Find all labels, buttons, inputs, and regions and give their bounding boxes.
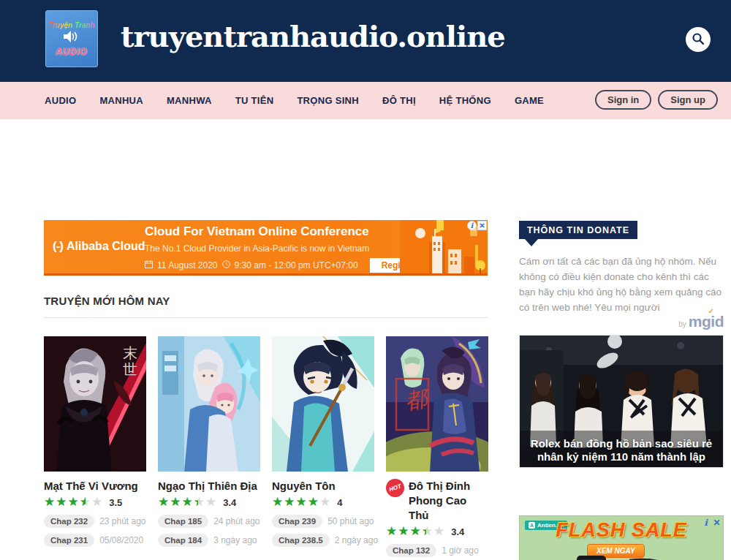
- flash-ad-devices-illustration: [520, 554, 724, 560]
- star-rating-icon: ★★★★★★★★★★: [272, 496, 331, 509]
- sign-up-button[interactable]: Sign up: [658, 90, 718, 110]
- chapter-row: Chap 238.5 2 ngày ago: [272, 534, 374, 547]
- alibaba-brand-text: Alibaba Cloud: [67, 240, 145, 253]
- chapter-chip[interactable]: Chap 232: [44, 515, 94, 528]
- rating-value: 3.4: [451, 526, 464, 537]
- chapter-chip[interactable]: Chap 184: [158, 534, 208, 547]
- chapter-chip[interactable]: Chap 132: [386, 544, 436, 557]
- section-divider: [44, 317, 488, 318]
- chapter-chip[interactable]: Chap 231: [44, 534, 94, 547]
- comic-title[interactable]: Đô Thị Đỉnh Phong Cao Thủ: [409, 479, 488, 523]
- nav-item-trong-sinh[interactable]: TRỌNG SINH: [297, 95, 359, 106]
- ad-corner-controls: i ✕: [467, 221, 487, 230]
- star-rating-icon: ★★★★★★★★★★: [44, 496, 103, 509]
- chapter-chip[interactable]: Chap 185: [158, 515, 208, 528]
- chapter-row: Chap 184 3 ngày ago: [158, 534, 260, 547]
- logo-text-audio: AUDIO: [56, 47, 88, 57]
- section-title: TRUYỆN MỚI HÔM NAY: [44, 295, 170, 307]
- alibaba-logo: (-) Alibaba Cloud: [53, 239, 145, 254]
- site-logo[interactable]: Truyện Tranh AUDIO: [45, 10, 98, 67]
- comic-title[interactable]: Mạt Thế Vi Vương: [44, 479, 138, 493]
- flash-sale-ad[interactable]: A Antien.vn i ✕ FLASH SALE XEM NGAY: [519, 515, 724, 560]
- nav-item-audio[interactable]: AUDIO: [45, 95, 76, 106]
- chapter-time: 50 phút ago: [327, 516, 374, 526]
- donate-ribbon: THÔNG TIN DONATE: [519, 221, 637, 239]
- search-icon: [692, 32, 705, 48]
- ad-info-icon[interactable]: i: [467, 221, 477, 230]
- donate-text: Cám ơn tất cả các bạn đã ủng hộ nhóm. Nế…: [519, 254, 725, 315]
- chapter-row: Chap 132 1 giờ ago: [386, 544, 488, 557]
- chapter-time: 1 giờ ago: [442, 545, 479, 556]
- hot-badge: HOT: [384, 477, 407, 500]
- comic-cover-do-thi-dinh-phong-cao-thu[interactable]: 都: [386, 336, 488, 472]
- svg-text:末: 末: [123, 345, 137, 361]
- comic-cover-mat-the-vi-vuong[interactable]: 末世: [44, 336, 146, 472]
- calendar-icon: [145, 260, 153, 270]
- rating-row: ★★★★★★★★★★ 4: [272, 496, 374, 509]
- chapter-time: 05/08/2020: [99, 535, 143, 545]
- logo-text-top: Truyện Tranh: [48, 21, 95, 29]
- comic-card: 都 HOT Đô Thị Đỉnh Phong Cao Thủ ★★★★★★★★…: [386, 336, 488, 560]
- rating-value: 3.5: [109, 497, 122, 508]
- native-ad-rolex[interactable]: Rolex bán đồng hồ bản sao siêu rẻ nhân k…: [519, 335, 724, 468]
- chapter-row: Chap 231 05/08/2020: [44, 534, 146, 547]
- chapter-time: 2 ngày ago: [335, 535, 378, 545]
- auth-buttons: Sign in Sign up: [595, 90, 718, 110]
- ad-subline: The No.1 Cloud Provider in Asia-Pacific …: [145, 243, 369, 254]
- rating-value: 3.4: [223, 497, 236, 508]
- nav-item-tu-tien[interactable]: TU TIÊN: [235, 95, 274, 106]
- page: Truyện Tranh AUDIO truyentranhaudio.onli…: [0, 0, 731, 560]
- comic-cover-nguyen-ton[interactable]: [272, 336, 374, 472]
- native-ad-caption[interactable]: Rolex bán đồng hồ bản sao siêu rẻ nhân k…: [520, 437, 723, 465]
- header: Truyện Tranh AUDIO truyentranhaudio.onli…: [0, 0, 731, 82]
- mgid-logo: mgid: [689, 313, 724, 330]
- svg-text:世: 世: [123, 361, 137, 377]
- rating-row: ★★★★★★★★★★ 3.4: [386, 525, 488, 538]
- ad-headline: Cloud For Vietnam Online Conference: [145, 224, 369, 239]
- rating-row: ★★★★★★★★★★ 3.4: [158, 496, 260, 509]
- comic-card: Nguyên Tôn ★★★★★★★★★★ 4 Chap 239 50 phút…: [272, 336, 374, 560]
- main-nav: AUDIO MANHUA MANHWA TU TIÊN TRỌNG SINH Đ…: [0, 82, 731, 119]
- mgid-attribution[interactable]: bymgid✓: [519, 313, 724, 330]
- rating-row: ★★★★★★★★★★ 3.5: [44, 496, 146, 509]
- flash-sale-headline: FLASH SALE: [520, 519, 723, 542]
- nav-item-manhwa[interactable]: MANHWA: [167, 95, 212, 106]
- chapter-chip[interactable]: Chap 238.5: [272, 534, 330, 547]
- mgid-by-label: by: [678, 320, 686, 328]
- comic-title[interactable]: Ngạo Thị Thiên Địa: [158, 479, 257, 493]
- comic-title[interactable]: Nguyên Tôn: [272, 479, 336, 493]
- chapter-time: 23 phút ago: [99, 516, 145, 526]
- speaker-icon: [64, 31, 80, 45]
- star-rating-icon: ★★★★★★★★★★: [386, 525, 445, 538]
- alibaba-logo-icon: (-): [53, 239, 63, 254]
- mgid-accent-icon: ✓: [708, 307, 714, 315]
- comic-card: 末世 Mạt Thế Vi Vương ★★★★★★★★★★ 3.5 Chap …: [44, 336, 146, 560]
- chapter-time: 3 ngày ago: [213, 535, 257, 545]
- alibaba-ad-banner[interactable]: (-) Alibaba Cloud Cloud For Vietnam Onli…: [44, 220, 488, 276]
- comic-cover-ngao-thi-thien-dia[interactable]: [158, 336, 260, 472]
- ad-time: 9:30 am - 12:00 pm UTC+07:00: [235, 260, 358, 270]
- ad-close-icon[interactable]: ✕: [477, 221, 487, 230]
- chapter-chip[interactable]: Chap 239: [272, 515, 322, 528]
- comic-card: Ngạo Thị Thiên Địa ★★★★★★★★★★ 3.4 Chap 1…: [158, 336, 260, 560]
- chapter-row: Chap 185 24 phút ago: [158, 515, 260, 528]
- ad-date: 11 August 2020: [157, 260, 218, 270]
- sign-in-button[interactable]: Sign in: [595, 90, 651, 110]
- clock-icon: [222, 260, 230, 270]
- rating-value: 4: [337, 497, 342, 508]
- ad-bookmark-icon: [436, 220, 444, 230]
- search-button[interactable]: [686, 27, 711, 52]
- chapter-row: Chap 239 50 phút ago: [272, 515, 374, 528]
- chapter-row: Chap 232 23 phút ago: [44, 515, 146, 528]
- nav-items: AUDIO MANHUA MANHWA TU TIÊN TRỌNG SINH Đ…: [0, 95, 544, 106]
- chapter-time: 24 phút ago: [213, 516, 260, 526]
- nav-item-do-thi[interactable]: ĐÔ THỊ: [382, 95, 416, 106]
- nav-item-manhua[interactable]: MANHUA: [99, 95, 143, 106]
- site-title[interactable]: truyentranhaudio.online: [121, 19, 505, 53]
- star-rating-icon: ★★★★★★★★★★: [158, 496, 217, 509]
- nav-item-he-thong[interactable]: HỆ THỐNG: [439, 95, 491, 106]
- comic-card-list: 末世 Mạt Thế Vi Vương ★★★★★★★★★★ 3.5 Chap …: [44, 336, 501, 560]
- nav-item-game[interactable]: GAME: [515, 95, 544, 106]
